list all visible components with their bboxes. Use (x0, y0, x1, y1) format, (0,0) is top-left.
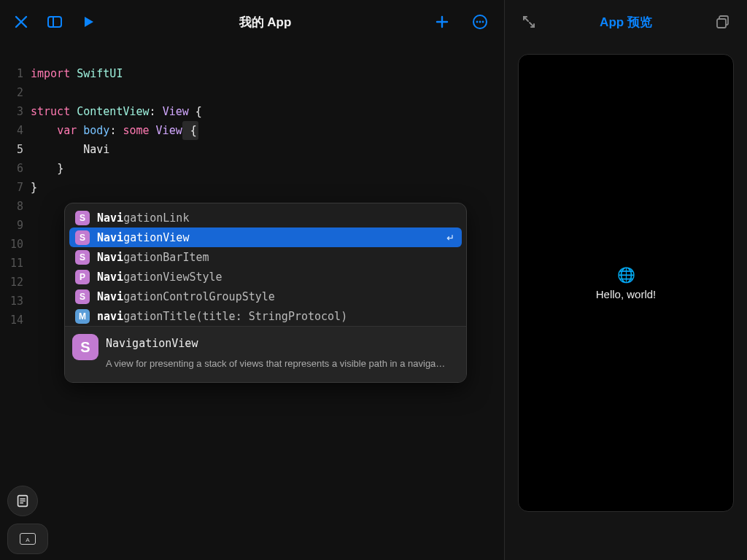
line-number: 6 (0, 159, 23, 178)
expand-preview-button[interactable] (515, 8, 543, 36)
close-icon (12, 13, 30, 31)
windows-icon (714, 13, 732, 31)
plus-icon (433, 13, 451, 31)
ellipsis-circle-icon (471, 13, 489, 31)
enter-icon (443, 232, 456, 244)
svg-rect-11 (717, 19, 726, 28)
autocomplete-item[interactable]: M NavigationTitle(title: StringProtocol) (69, 306, 462, 326)
line-number: 8 (0, 197, 23, 216)
sidebar-toggle-button[interactable] (41, 8, 69, 36)
keyboard-icon: A (20, 533, 36, 545)
svg-rect-0 (48, 17, 61, 27)
editor-toolbar: 我的 App (0, 0, 504, 44)
svg-point-5 (482, 21, 484, 23)
globe-icon: 🌐 (617, 266, 635, 284)
line-number: 10 (0, 235, 23, 254)
line-number: 12 (0, 273, 23, 292)
autocomplete-doc: S NavigationView A view for presenting a… (65, 326, 466, 382)
preview-toolbar: App 预览 (505, 0, 747, 44)
preview-panel: App 预览 🌐 Hello, world! (505, 0, 747, 560)
library-button[interactable] (7, 486, 38, 516)
editor-panel: 我的 App 1 2 3 4 5 6 7 8 9 10 (0, 0, 505, 560)
keyboard-language-button[interactable]: A (7, 524, 48, 554)
run-button[interactable] (74, 8, 102, 36)
line-number: 3 (0, 102, 23, 121)
line-number: 5 (0, 140, 23, 159)
floating-controls: A (7, 486, 48, 554)
line-number: 13 (0, 292, 23, 311)
add-button[interactable] (428, 8, 456, 36)
autocomplete-doc-title: NavigationView (106, 334, 445, 353)
preview-title[interactable]: App 预览 (543, 14, 709, 31)
autocomplete-item[interactable]: S NavigationLink (69, 208, 462, 228)
kind-badge-struct: S (75, 289, 90, 304)
kind-badge-method: M (75, 309, 90, 324)
code-area[interactable]: 1 2 3 4 5 6 7 8 9 10 11 12 13 14 import … (0, 44, 504, 560)
play-icon (80, 13, 97, 31)
kind-badge-struct: S (72, 334, 98, 360)
close-button[interactable] (7, 8, 35, 36)
sidebar-icon (46, 13, 63, 31)
line-number: 14 (0, 311, 23, 330)
preview-windows-button[interactable] (709, 8, 737, 36)
doc-lines-icon (15, 493, 31, 509)
autocomplete-item[interactable]: S NavigationControlGroupStyle (69, 287, 462, 306)
svg-point-4 (479, 21, 481, 23)
line-number: 11 (0, 254, 23, 273)
svg-point-3 (476, 21, 479, 23)
app-root: 我的 App 1 2 3 4 5 6 7 8 9 10 (0, 0, 747, 560)
more-button[interactable] (466, 8, 494, 36)
line-number: 7 (0, 178, 23, 197)
autocomplete-doc-desc: A view for presenting a stack of views t… (106, 354, 445, 373)
line-number: 2 (0, 83, 23, 102)
line-number: 9 (0, 216, 23, 235)
autocomplete-popup: S NavigationLink S NavigationView S Navi… (64, 203, 467, 383)
autocomplete-list: S NavigationLink S NavigationView S Navi… (65, 203, 466, 326)
expand-icon (520, 13, 538, 31)
kind-badge-struct: S (75, 211, 90, 225)
preview-canvas-wrap: 🌐 Hello, world! (505, 44, 747, 560)
autocomplete-item[interactable]: P NavigationViewStyle (69, 267, 462, 287)
line-number: 1 (0, 64, 23, 83)
kind-badge-struct: S (75, 230, 90, 245)
document-title: 我的 App (102, 14, 428, 31)
autocomplete-item[interactable]: S NavigationBarItem (69, 247, 462, 267)
hello-label: Hello, world! (596, 288, 657, 300)
kind-badge-protocol: P (75, 270, 90, 284)
autocomplete-item[interactable]: S NavigationView (69, 228, 462, 247)
line-number: 4 (0, 121, 23, 140)
kind-badge-struct: S (75, 250, 90, 265)
preview-device[interactable]: 🌐 Hello, world! (518, 54, 734, 512)
